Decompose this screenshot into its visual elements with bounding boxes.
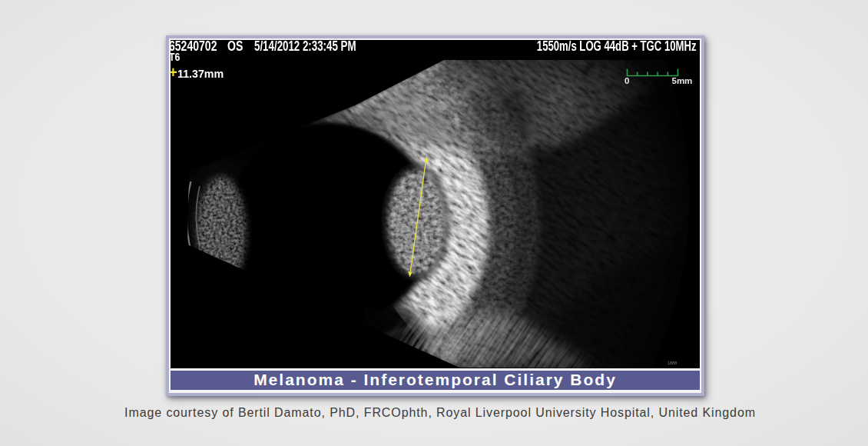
svg-text:1888: 1888: [668, 361, 677, 365]
svg-text:5mm: 5mm: [672, 76, 693, 85]
svg-text:0: 0: [624, 76, 629, 85]
